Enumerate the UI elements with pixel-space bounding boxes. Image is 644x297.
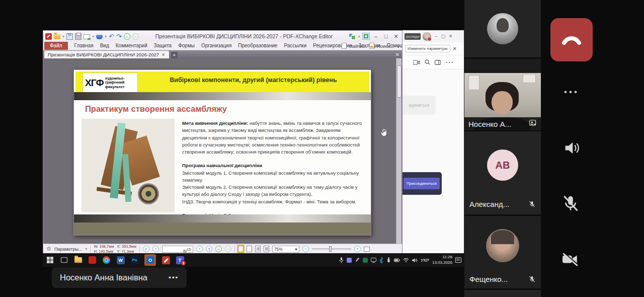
- display-tray-icon[interactable]: [371, 258, 376, 263]
- gear-icon[interactable]: ⚙: [46, 246, 51, 252]
- undo-icon[interactable]: ↶: [109, 33, 114, 40]
- menu-view[interactable]: Вид: [100, 42, 109, 50]
- search-icon[interactable]: [425, 58, 430, 67]
- action-center-icon[interactable]: [455, 257, 461, 263]
- zoom-level-select[interactable]: 75%▾: [272, 246, 299, 253]
- pane-close-icon[interactable]: ✕: [395, 52, 399, 57]
- excel-tray-icon[interactable]: [363, 258, 368, 263]
- close-icon[interactable]: ✕: [453, 46, 457, 51]
- menu-comment[interactable]: Комментарий: [116, 42, 147, 50]
- two-page-layout-icon[interactable]: [255, 246, 261, 252]
- zoom-slider-thumb[interactable]: [329, 246, 332, 252]
- word-icon[interactable]: W: [116, 256, 125, 264]
- dropdown-caret[interactable]: ▾: [105, 34, 107, 39]
- speaker-button[interactable]: [558, 137, 585, 159]
- view-forward-button[interactable]: →: [225, 246, 231, 252]
- history-back-icon[interactable]: ←: [124, 33, 130, 40]
- menu-mailings[interactable]: Рассылки: [284, 42, 306, 50]
- taskbar-clock[interactable]: 11:28 13.03.2026: [432, 255, 452, 265]
- red-app-icon[interactable]: [88, 256, 97, 264]
- outlook-icon[interactable]: O: [144, 254, 156, 266]
- microphone-tray-icon[interactable]: [339, 257, 344, 263]
- dropdown-caret[interactable]: ▾: [92, 34, 94, 39]
- more-options-button[interactable]: •••: [557, 85, 586, 100]
- document-tab[interactable]: Презентація ВИБІРКОВІ ДИСЦИПЛІНИ 2026-20…: [44, 51, 169, 58]
- chrome-icon[interactable]: [102, 256, 111, 264]
- camera-icon[interactable]: [413, 58, 420, 67]
- participant-tile[interactable]: [464, 290, 541, 297]
- ui-options-icon[interactable]: [349, 33, 356, 40]
- wifi-tray-icon[interactable]: [403, 258, 409, 262]
- fullscreen-icon[interactable]: [362, 33, 370, 40]
- battery-tray-icon[interactable]: [394, 258, 400, 262]
- bluetooth-tray-icon[interactable]: [379, 257, 383, 263]
- open-file-icon[interactable]: [54, 34, 60, 39]
- print-icon[interactable]: [75, 33, 82, 40]
- scrollbar-thumb[interactable]: [397, 65, 401, 98]
- tab-close-icon[interactable]: ✕: [162, 52, 166, 57]
- microphone-muted-button[interactable]: [557, 192, 584, 214]
- change-settings-button[interactable]: Изменить параметры: [405, 45, 450, 52]
- menu-file[interactable]: Файл: [44, 42, 68, 50]
- participant-tile[interactable]: АВ Александ...: [464, 131, 541, 214]
- close-button[interactable]: ✕: [392, 33, 400, 40]
- pan-zoom-icon[interactable]: [364, 247, 370, 252]
- task-view-icon[interactable]: [60, 256, 68, 264]
- zoom-out-button[interactable]: −: [302, 246, 309, 252]
- menu-forms[interactable]: Формы: [178, 42, 195, 50]
- save-icon[interactable]: [66, 33, 73, 40]
- hang-up-button[interactable]: [550, 18, 593, 61]
- participant-tile[interactable]: [464, 0, 541, 57]
- first-page-button[interactable]: |‹: [143, 246, 149, 252]
- page-number-field[interactable]: 8/15: [162, 246, 193, 253]
- pdf-xchange-taskbar-icon[interactable]: [162, 256, 170, 264]
- name-plate-more-button[interactable]: •••: [169, 274, 179, 281]
- parameters-button[interactable]: Параметры...: [54, 247, 82, 252]
- maximize-button[interactable]: □: [382, 33, 390, 40]
- usb-tray-icon[interactable]: [386, 257, 391, 263]
- menu-convert[interactable]: Преобразование: [238, 42, 277, 50]
- panel-icon[interactable]: [435, 58, 441, 67]
- dropdown-caret[interactable]: ▾: [358, 34, 360, 39]
- redo-icon[interactable]: ↷: [116, 33, 122, 40]
- pen-tray-icon[interactable]: [355, 258, 360, 263]
- file-explorer-icon[interactable]: [74, 256, 83, 264]
- email-icon[interactable]: [84, 34, 90, 39]
- single-page-layout-icon[interactable]: [238, 246, 244, 252]
- menu-home[interactable]: Главная: [74, 42, 94, 50]
- search-button[interactable]: Поиск...: [377, 43, 394, 49]
- more-icon[interactable]: ⋯: [445, 57, 453, 67]
- view-back-button[interactable]: ←: [215, 246, 222, 252]
- new-tab-button[interactable]: +: [171, 52, 178, 58]
- minimize-button[interactable]: –: [372, 33, 380, 40]
- dropdown-caret[interactable]: ▾: [62, 34, 64, 39]
- dropdown-caret[interactable]: ▾: [85, 247, 87, 251]
- participant-tile[interactable]: Фещенко...: [464, 216, 541, 288]
- start-button[interactable]: [46, 256, 54, 264]
- find-button[interactable]: Найти...: [349, 43, 367, 49]
- previous-page-button[interactable]: ‹: [152, 246, 159, 252]
- participant-tile[interactable]: Носенко А...: [464, 59, 541, 130]
- chevron-down-icon[interactable]: ∨: [396, 43, 400, 49]
- close-button[interactable]: ✕: [449, 34, 453, 39]
- zoom-slider[interactable]: [312, 246, 351, 252]
- export-icon[interactable]: [96, 35, 103, 39]
- avatar[interactable]: [423, 32, 431, 41]
- zoom-in-button[interactable]: +: [354, 246, 361, 252]
- camera-off-button[interactable]: [555, 248, 585, 271]
- next-page-button[interactable]: ›: [196, 246, 203, 252]
- volume-tray-icon[interactable]: [412, 258, 418, 263]
- vertical-scrollbar[interactable]: [396, 58, 401, 244]
- menu-protect[interactable]: Защита: [154, 42, 172, 50]
- join-button[interactable]: Присоединиться: [404, 178, 440, 189]
- history-forward-icon[interactable]: →: [132, 33, 139, 40]
- maximize-button[interactable]: ▢: [441, 34, 445, 39]
- last-page-button[interactable]: ›|: [206, 246, 212, 252]
- teams-tray-icon[interactable]: [347, 258, 352, 263]
- photoshop-icon[interactable]: Ps: [130, 256, 139, 264]
- two-page-continuous-layout-icon[interactable]: [264, 246, 269, 252]
- continuous-layout-icon[interactable]: [247, 246, 252, 252]
- document-canvas[interactable]: ХГФ художньо- графічний факультет Вибірк…: [43, 58, 402, 244]
- language-indicator[interactable]: УКР: [421, 258, 429, 263]
- minimize-button[interactable]: –: [435, 34, 437, 39]
